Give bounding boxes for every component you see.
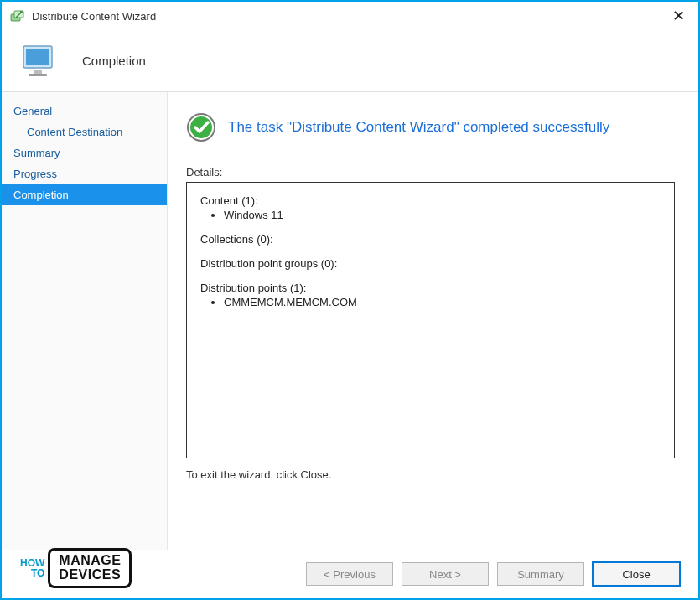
details-dp-label: Distribution points (1):	[200, 282, 661, 294]
monitor-icon	[18, 41, 59, 81]
details-dp-item: CMMEMCM.MEMCM.COM	[224, 296, 661, 308]
success-row: The task "Distribute Content Wizard" com…	[186, 112, 675, 142]
nav-item-progress[interactable]: Progress	[2, 163, 167, 184]
title-bar: Distribute Content Wizard ✕	[2, 2, 698, 30]
close-button[interactable]: Close	[593, 562, 680, 586]
details-collections-label: Collections (0):	[200, 233, 661, 246]
success-message: The task "Distribute Content Wizard" com…	[228, 119, 609, 136]
watermark-logo: HOW TO MANAGE DEVICES	[20, 548, 132, 588]
watermark-line2: DEVICES	[59, 568, 121, 582]
svg-point-7	[190, 116, 212, 138]
nav-item-general[interactable]: General	[2, 101, 167, 122]
content-pane: The task "Distribute Content Wizard" com…	[168, 92, 698, 550]
svg-rect-5	[29, 74, 47, 76]
page-heading: Completion	[82, 54, 146, 68]
window-title: Distribute Content Wizard	[32, 10, 667, 23]
details-label: Details:	[186, 166, 675, 178]
watermark-to: TO	[20, 568, 44, 578]
details-content-label: Content (1):	[200, 194, 661, 207]
app-icon	[10, 8, 25, 23]
summary-button: Summary	[497, 562, 584, 586]
details-dpg-label: Distribution point groups (0):	[200, 257, 661, 270]
success-check-icon	[186, 112, 216, 142]
watermark-line1: MANAGE	[59, 554, 121, 568]
exit-hint: To exit the wizard, click Close.	[186, 468, 675, 481]
next-button: Next >	[402, 562, 489, 586]
nav-item-content-destination[interactable]: Content Destination	[2, 122, 167, 142]
nav-item-completion[interactable]: Completion	[2, 184, 167, 205]
details-content-item: Windows 11	[224, 209, 661, 221]
nav-item-summary[interactable]: Summary	[2, 142, 167, 163]
svg-rect-3	[26, 49, 49, 65]
close-icon[interactable]: ✕	[667, 8, 690, 23]
svg-rect-4	[34, 70, 42, 74]
previous-button: < Previous	[306, 562, 393, 586]
wizard-nav: General Content Destination Summary Prog…	[2, 92, 168, 550]
header-band: Completion	[2, 30, 698, 92]
main-area: General Content Destination Summary Prog…	[2, 92, 698, 550]
details-box[interactable]: Content (1): Windows 11 Collections (0):…	[186, 182, 675, 458]
